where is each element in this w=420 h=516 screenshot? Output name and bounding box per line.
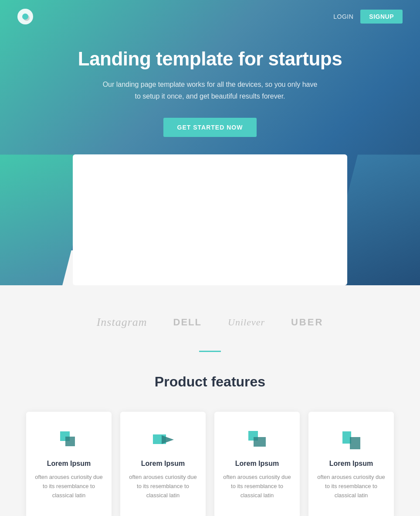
feature-icon-4 xyxy=(340,429,362,451)
feature-title-1: Lorem Ipsum xyxy=(47,460,91,468)
feature-icon-2 xyxy=(152,429,174,451)
hero-subtitle: Our landing page template works for all … xyxy=(101,79,319,102)
feature-desc-1: often arouses curiosity due to its resem… xyxy=(35,473,103,500)
feature-title-2: Lorem Ipsum xyxy=(141,460,185,468)
logo xyxy=(17,9,33,24)
logo-instagram: Instagram xyxy=(97,316,147,329)
feature-desc-4: often arouses curiosity due to its resem… xyxy=(317,473,385,500)
feature-card-3: Lorem Ipsum often arouses curiosity due … xyxy=(214,412,300,516)
feature-card-4: Lorem Ipsum often arouses curiosity due … xyxy=(308,412,394,516)
svg-marker-3 xyxy=(162,435,174,444)
feature-desc-2: often arouses curiosity due to its resem… xyxy=(129,473,197,500)
features-section: Product features Lorem Ipsum often arous… xyxy=(0,352,420,516)
logo-uber: UBER xyxy=(291,317,323,328)
screenshot-card xyxy=(73,154,347,285)
header: LOGIN SIGNUP xyxy=(0,0,420,33)
screenshot-wrapper xyxy=(0,154,420,285)
hero-title: Landing template for startups xyxy=(78,48,342,70)
content-area: Instagram DELL Unilever UBER Product fea… xyxy=(0,154,420,516)
logos-section: Instagram DELL Unilever UBER xyxy=(0,294,420,342)
nav-right: LOGIN SIGNUP xyxy=(333,10,403,24)
svg-rect-1 xyxy=(65,437,75,446)
feature-card-1: Lorem Ipsum often arouses curiosity due … xyxy=(26,412,112,516)
logo-dell: DELL xyxy=(173,317,202,328)
login-link[interactable]: LOGIN xyxy=(333,13,353,20)
feature-title-4: Lorem Ipsum xyxy=(329,460,373,468)
feature-icon-1 xyxy=(58,429,80,451)
hero-cta-button[interactable]: GET STARTED NOW xyxy=(163,118,257,137)
svg-rect-7 xyxy=(350,437,360,449)
features-grid: Lorem Ipsum often arouses curiosity due … xyxy=(26,412,394,516)
logo-dot xyxy=(22,14,28,20)
feature-desc-3: often arouses curiosity due to its resem… xyxy=(223,473,291,500)
features-title: Product features xyxy=(26,374,394,390)
feature-icon-3 xyxy=(246,429,268,451)
svg-rect-5 xyxy=(254,437,266,447)
feature-card-2: Lorem Ipsum often arouses curiosity due … xyxy=(120,412,206,516)
signup-button[interactable]: SIGNUP xyxy=(360,10,403,24)
logo-unilever: Unilever xyxy=(228,317,265,328)
feature-title-3: Lorem Ipsum xyxy=(235,460,279,468)
